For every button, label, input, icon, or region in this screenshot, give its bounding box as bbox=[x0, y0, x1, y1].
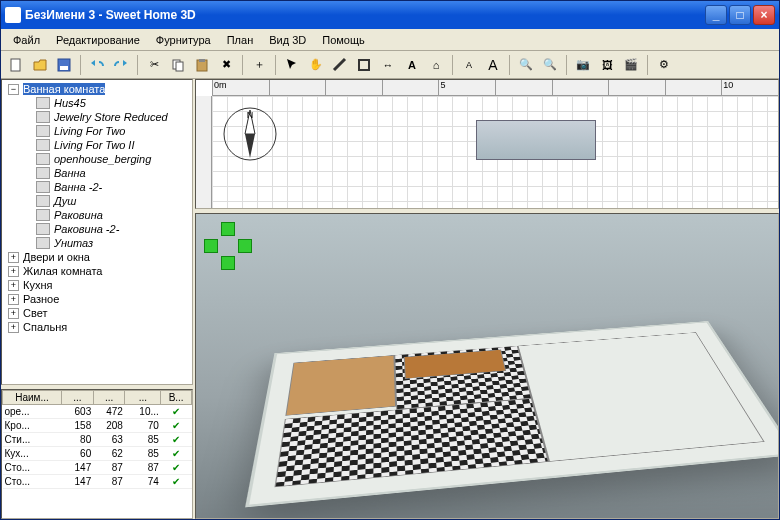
minimize-button[interactable]: _ bbox=[705, 5, 727, 25]
furniture-thumb-icon bbox=[36, 209, 50, 221]
compass-icon[interactable]: N bbox=[220, 104, 280, 164]
furniture-thumb-icon bbox=[36, 181, 50, 193]
table-row[interactable]: Сти...806385✔ bbox=[3, 433, 192, 447]
new-icon[interactable] bbox=[5, 54, 27, 76]
tree-category-bathroom[interactable]: − Ванная комната bbox=[4, 82, 190, 96]
expand-icon[interactable]: + bbox=[8, 266, 19, 277]
camera-icon[interactable]: 📷 bbox=[572, 54, 594, 76]
menu-bar: Файл Редактирование Фурнитура План Вид 3… bbox=[1, 29, 779, 51]
nav-down-icon[interactable] bbox=[221, 256, 235, 270]
tree-item[interactable]: Раковина bbox=[4, 208, 190, 222]
table-row[interactable]: Сто...1478787✔ bbox=[3, 461, 192, 475]
table-row[interactable]: Кро...15820870✔ bbox=[3, 419, 192, 433]
furniture-thumb-icon bbox=[36, 223, 50, 235]
plan-view-2d[interactable]: 0m510 N bbox=[195, 79, 779, 209]
table-header[interactable]: Наим... bbox=[3, 391, 62, 405]
menu-furniture[interactable]: Фурнитура bbox=[148, 32, 219, 48]
furniture-thumb-icon bbox=[36, 167, 50, 179]
zoom-in-icon[interactable]: 🔍 bbox=[515, 54, 537, 76]
tree-item[interactable]: Раковина -2- bbox=[4, 222, 190, 236]
furniture-thumb-icon bbox=[36, 97, 50, 109]
expand-icon[interactable]: + bbox=[8, 308, 19, 319]
zoom-out-icon[interactable]: 🔍 bbox=[539, 54, 561, 76]
close-button[interactable]: × bbox=[753, 5, 775, 25]
cut-icon[interactable]: ✂ bbox=[143, 54, 165, 76]
tree-category[interactable]: +Кухня bbox=[4, 278, 190, 292]
visibility-checkbox[interactable]: ✔ bbox=[161, 405, 192, 419]
furniture-table[interactable]: Наим............В... opе...60347210...✔ … bbox=[1, 389, 193, 519]
menu-help[interactable]: Помощь bbox=[314, 32, 373, 48]
tree-item[interactable]: Ванна -2- bbox=[4, 180, 190, 194]
copy-icon[interactable] bbox=[167, 54, 189, 76]
tree-item[interactable]: Jewelry Store Reduced bbox=[4, 110, 190, 124]
svg-rect-4 bbox=[176, 62, 183, 71]
expand-icon[interactable]: + bbox=[8, 294, 19, 305]
tree-category[interactable]: +Свет bbox=[4, 306, 190, 320]
save-icon[interactable] bbox=[53, 54, 75, 76]
tree-category[interactable]: +Двери и окна bbox=[4, 250, 190, 264]
table-header[interactable]: ... bbox=[93, 391, 125, 405]
tree-item[interactable]: Living For Two II bbox=[4, 138, 190, 152]
undo-icon[interactable] bbox=[86, 54, 108, 76]
pan-tool-icon[interactable]: ✋ bbox=[305, 54, 327, 76]
collapse-icon[interactable]: − bbox=[8, 84, 19, 95]
window-title: БезИмени 3 - Sweet Home 3D bbox=[25, 8, 705, 22]
maximize-button[interactable]: □ bbox=[729, 5, 751, 25]
tree-item[interactable]: Унитаз bbox=[4, 236, 190, 250]
table-header[interactable]: ... bbox=[62, 391, 94, 405]
3d-nav-widget bbox=[204, 222, 252, 270]
tree-category[interactable]: +Спальня bbox=[4, 320, 190, 334]
tree-category[interactable]: +Разное bbox=[4, 292, 190, 306]
delete-icon[interactable]: ✖ bbox=[215, 54, 237, 76]
create-room-icon[interactable] bbox=[353, 54, 375, 76]
window-titlebar[interactable]: БезИмени 3 - Sweet Home 3D _ □ × bbox=[1, 1, 779, 29]
expand-icon[interactable]: + bbox=[8, 322, 19, 333]
tree-item[interactable]: Ванна bbox=[4, 166, 190, 180]
roof-icon[interactable]: ⌂ bbox=[425, 54, 447, 76]
menu-plan[interactable]: План bbox=[219, 32, 262, 48]
visibility-checkbox[interactable]: ✔ bbox=[161, 433, 192, 447]
nav-up-icon[interactable] bbox=[221, 222, 235, 236]
visibility-checkbox[interactable]: ✔ bbox=[161, 475, 192, 489]
text-small-icon[interactable]: A bbox=[458, 54, 480, 76]
furniture-thumb-icon bbox=[36, 195, 50, 207]
video-icon[interactable]: 🎬 bbox=[620, 54, 642, 76]
menu-edit[interactable]: Редактирование bbox=[48, 32, 148, 48]
visibility-checkbox[interactable]: ✔ bbox=[161, 419, 192, 433]
create-text-icon[interactable]: A bbox=[401, 54, 423, 76]
tree-item[interactable]: Душ bbox=[4, 194, 190, 208]
tree-item[interactable]: Hus45 bbox=[4, 96, 190, 110]
add-furniture-icon[interactable]: ＋ bbox=[248, 54, 270, 76]
photo-icon[interactable]: 🖼 bbox=[596, 54, 618, 76]
expand-icon[interactable]: + bbox=[8, 252, 19, 263]
svg-rect-2 bbox=[60, 66, 68, 70]
text-large-icon[interactable]: A bbox=[482, 54, 504, 76]
furniture-thumb-icon bbox=[36, 125, 50, 137]
nav-left-icon[interactable] bbox=[204, 239, 218, 253]
furniture-catalog-tree[interactable]: − Ванная комната Hus45Jewelry Store Redu… bbox=[1, 79, 193, 385]
menu-file[interactable]: Файл bbox=[5, 32, 48, 48]
svg-rect-6 bbox=[199, 59, 205, 62]
create-walls-icon[interactable] bbox=[329, 54, 351, 76]
table-row[interactable]: opе...60347210...✔ bbox=[3, 405, 192, 419]
plan-mini-model bbox=[476, 120, 596, 160]
redo-icon[interactable] bbox=[110, 54, 132, 76]
tree-item[interactable]: Living For Two bbox=[4, 124, 190, 138]
view-3d[interactable] bbox=[195, 213, 779, 519]
tree-item[interactable]: openhouse_berging bbox=[4, 152, 190, 166]
visibility-checkbox[interactable]: ✔ bbox=[161, 447, 192, 461]
tree-category[interactable]: +Жилая комната bbox=[4, 264, 190, 278]
expand-icon[interactable]: + bbox=[8, 280, 19, 291]
nav-right-icon[interactable] bbox=[238, 239, 252, 253]
table-header[interactable]: ... bbox=[125, 391, 161, 405]
preferences-icon[interactable]: ⚙ bbox=[653, 54, 675, 76]
create-dimension-icon[interactable]: ↔ bbox=[377, 54, 399, 76]
table-row[interactable]: Сто...1478774✔ bbox=[3, 475, 192, 489]
menu-3dview[interactable]: Вид 3D bbox=[261, 32, 314, 48]
visibility-checkbox[interactable]: ✔ bbox=[161, 461, 192, 475]
table-header[interactable]: В... bbox=[161, 391, 192, 405]
select-tool-icon[interactable] bbox=[281, 54, 303, 76]
table-row[interactable]: Кух...606285✔ bbox=[3, 447, 192, 461]
open-icon[interactable] bbox=[29, 54, 51, 76]
paste-icon[interactable] bbox=[191, 54, 213, 76]
